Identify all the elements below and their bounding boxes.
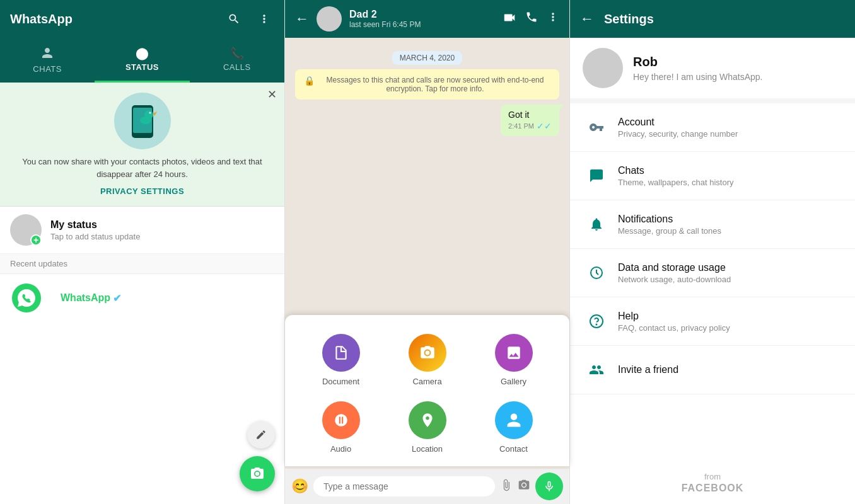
emoji-icon[interactable]: 😊 bbox=[291, 478, 308, 495]
message-input[interactable] bbox=[313, 476, 495, 496]
settings-header: ← Settings bbox=[570, 0, 855, 38]
privacy-settings-link[interactable]: PRIVACY SETTINGS bbox=[10, 186, 274, 196]
contact-name: Dad 2 bbox=[349, 9, 495, 20]
attachment-row-1: Document Camera Gallery bbox=[298, 334, 557, 386]
settings-item-notifications[interactable]: Notifications Message, group & call tone… bbox=[570, 200, 855, 249]
document-icon bbox=[322, 334, 360, 372]
encryption-text: Messages to this chat and calls are now … bbox=[320, 76, 550, 93]
tab-status[interactable]: ⬤ STATUS bbox=[95, 38, 189, 83]
camera-button[interactable] bbox=[240, 456, 275, 491]
settings-item-chats[interactable]: Chats Theme, wallpapers, chat history bbox=[570, 152, 855, 200]
calls-tab-icon: 📞 bbox=[190, 47, 284, 60]
camera-label: Camera bbox=[412, 377, 441, 386]
invite-icon bbox=[583, 356, 610, 384]
wa-name-text: WhatsApp bbox=[61, 292, 110, 304]
account-icon bbox=[583, 113, 610, 141]
settings-back-icon[interactable]: ← bbox=[580, 11, 594, 27]
profile-avatar bbox=[583, 48, 623, 88]
data-storage-icon bbox=[583, 259, 610, 287]
whatsapp-update-row[interactable]: WhatsApp ✔ bbox=[0, 274, 284, 322]
attachment-location[interactable]: Location bbox=[402, 401, 453, 454]
date-label: MARCH 4, 2020 bbox=[392, 51, 462, 65]
invite-name: Invite a friend bbox=[618, 364, 678, 375]
help-icon bbox=[583, 307, 610, 335]
date-divider: MARCH 4, 2020 bbox=[295, 52, 559, 63]
my-status-row[interactable]: + My status Tap to add status update bbox=[0, 207, 284, 254]
settings-item-help[interactable]: Help FAQ, contact us, privacy policy bbox=[570, 297, 855, 346]
chat-panel: ← Dad 2 last seen Fri 6:45 PM MARCH 4, 2… bbox=[285, 0, 570, 504]
chat-header: ← Dad 2 last seen Fri 6:45 PM bbox=[285, 0, 569, 38]
invite-info: Invite a friend bbox=[618, 364, 678, 375]
status-banner: ✕ You can now share with your contacts p… bbox=[0, 83, 284, 207]
status-tab-label: STATUS bbox=[125, 62, 159, 72]
status-banner-text: You can now share with your contacts pho… bbox=[10, 156, 274, 180]
attachment-camera[interactable]: Camera bbox=[402, 334, 453, 386]
camera-attach-icon bbox=[409, 334, 446, 372]
notifications-icon bbox=[583, 210, 610, 238]
audio-label: Audio bbox=[330, 444, 351, 454]
floating-buttons bbox=[240, 421, 275, 491]
camera-input-icon[interactable] bbox=[518, 479, 530, 495]
gallery-icon bbox=[495, 334, 533, 372]
tab-chats[interactable]: CHATS bbox=[0, 38, 95, 83]
my-status-subtitle: Tap to add status update bbox=[50, 232, 140, 241]
data-storage-desc: Network usage, auto-download bbox=[618, 275, 731, 284]
audio-icon bbox=[322, 401, 360, 439]
attachment-gallery[interactable]: Gallery bbox=[489, 334, 539, 386]
close-banner-icon[interactable]: ✕ bbox=[267, 88, 277, 101]
attachment-audio[interactable]: Audio bbox=[316, 401, 366, 454]
paperclip-icon[interactable] bbox=[500, 479, 513, 495]
svg-point-5 bbox=[149, 112, 151, 114]
attachment-popup: Document Camera Gallery bbox=[285, 315, 569, 466]
chats-tab-label: CHATS bbox=[33, 64, 62, 74]
chat-header-actions bbox=[503, 11, 559, 28]
voice-call-icon[interactable] bbox=[525, 11, 538, 28]
whatsapp-name: WhatsApp ✔ bbox=[52, 292, 121, 304]
profile-name: Rob bbox=[633, 55, 762, 69]
voice-message-button[interactable] bbox=[535, 472, 563, 500]
read-receipt-icon: ✓✓ bbox=[537, 121, 552, 131]
message-bubble-sent: Got it 2:41 PM ✓✓ bbox=[501, 105, 559, 136]
account-info: Account Privacy, security, change number bbox=[618, 117, 738, 139]
contact-icon bbox=[495, 401, 533, 439]
attachment-document[interactable]: Document bbox=[316, 334, 366, 386]
account-desc: Privacy, security, change number bbox=[618, 129, 738, 139]
profile-info: Rob Hey there! I am using WhatsApp. bbox=[633, 55, 762, 82]
message-meta: 2:41 PM ✓✓ bbox=[508, 121, 552, 131]
search-icon[interactable] bbox=[224, 9, 244, 29]
lock-icon: 🔒 bbox=[304, 76, 315, 86]
settings-footer: from FACEBOOK bbox=[570, 462, 855, 504]
footer-from: from bbox=[580, 472, 845, 481]
settings-profile[interactable]: Rob Hey there! I am using WhatsApp. bbox=[570, 38, 855, 103]
attachment-contact[interactable]: Contact bbox=[489, 401, 539, 454]
settings-item-invite[interactable]: Invite a friend bbox=[570, 346, 855, 394]
location-label: Location bbox=[412, 444, 443, 454]
more-options-icon[interactable] bbox=[254, 9, 274, 29]
my-status-info: My status Tap to add status update bbox=[50, 219, 140, 241]
status-tab-icon: ⬤ bbox=[95, 47, 189, 60]
tabs: CHATS ⬤ STATUS 📞 CALLS bbox=[0, 38, 284, 83]
contact-avatar bbox=[317, 6, 342, 32]
verified-icon: ✔ bbox=[113, 292, 121, 304]
gallery-label: Gallery bbox=[501, 377, 526, 386]
data-storage-info: Data and storage usage Network usage, au… bbox=[618, 262, 731, 284]
camera-tab-icon bbox=[0, 47, 95, 62]
contact-status: last seen Fri 6:45 PM bbox=[349, 20, 495, 29]
pencil-button[interactable] bbox=[247, 421, 275, 449]
notifications-name: Notifications bbox=[618, 214, 721, 225]
calls-tab-label: CALLS bbox=[223, 62, 251, 72]
message-text: Got it bbox=[508, 110, 552, 120]
chats-settings-name: Chats bbox=[618, 165, 734, 176]
video-call-icon[interactable] bbox=[503, 11, 516, 28]
tab-calls[interactable]: 📞 CALLS bbox=[190, 38, 284, 83]
left-header: WhatsApp bbox=[0, 0, 284, 38]
settings-item-account[interactable]: Account Privacy, security, change number bbox=[570, 103, 855, 152]
encryption-notice[interactable]: 🔒 Messages to this chat and calls are no… bbox=[295, 69, 559, 100]
data-storage-name: Data and storage usage bbox=[618, 262, 731, 273]
settings-item-data[interactable]: Data and storage usage Network usage, au… bbox=[570, 249, 855, 297]
attachment-row-2: Audio Location Contact bbox=[298, 401, 557, 454]
back-icon[interactable]: ← bbox=[295, 11, 309, 27]
chats-settings-desc: Theme, wallpapers, chat history bbox=[618, 178, 734, 187]
contact-info: Dad 2 last seen Fri 6:45 PM bbox=[349, 9, 495, 29]
chat-more-options-icon[interactable] bbox=[547, 11, 559, 28]
